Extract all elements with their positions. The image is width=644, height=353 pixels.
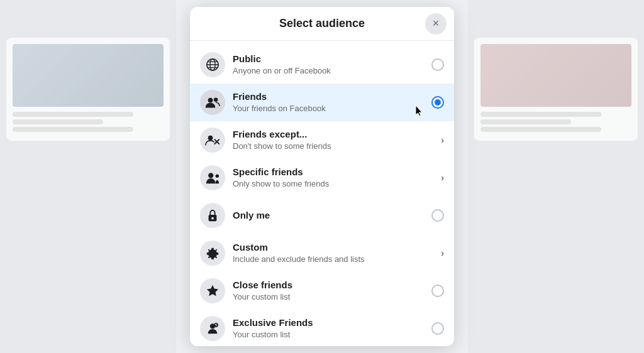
- close-friends-icon: [200, 278, 225, 303]
- friends-title: Friends: [233, 90, 426, 103]
- svg-point-7: [208, 136, 213, 141]
- only-me-text: Only me: [233, 209, 426, 222]
- audience-list: Public Anyone on or off Facebook Friends…: [190, 41, 454, 346]
- friends-except-control: ›: [441, 135, 444, 145]
- exclusive-friends-text: Exclusive Friends Your custom list: [233, 317, 426, 340]
- friends-except-chevron: ›: [441, 135, 444, 145]
- specific-friends-control: ›: [441, 173, 444, 183]
- specific-friends-title: Specific friends: [233, 166, 436, 178]
- audience-option-friends[interactable]: Friends Your friends on Facebook: [190, 84, 454, 121]
- close-friends-title: Close friends: [233, 279, 426, 291]
- svg-point-13: [211, 217, 214, 220]
- audience-option-close-friends[interactable]: Close friends Your custom list: [190, 272, 454, 310]
- audience-option-custom[interactable]: Custom Include and exclude friends and l…: [190, 234, 454, 272]
- audience-option-public[interactable]: Public Anyone on or off Facebook: [190, 46, 454, 84]
- custom-title: Custom: [233, 241, 436, 254]
- friends-text: Friends Your friends on Facebook: [233, 90, 426, 114]
- public-text: Public Anyone on or off Facebook: [233, 53, 426, 76]
- friends-except-icon: [200, 128, 225, 153]
- custom-text: Custom Include and exclude friends and l…: [233, 241, 436, 264]
- svg-point-6: [214, 97, 218, 102]
- friends-except-subtitle: Don't show to some friends: [233, 141, 436, 152]
- exclusive-friends-icon: [200, 316, 225, 341]
- only-me-title: Only me: [233, 209, 426, 222]
- custom-control: ›: [441, 248, 444, 258]
- audience-option-only-me[interactable]: Only me: [190, 197, 454, 234]
- public-radio[interactable]: [431, 58, 444, 71]
- custom-icon: [200, 241, 225, 266]
- public-title: Public: [233, 53, 426, 65]
- audience-option-specific-friends[interactable]: Specific friends Only show to some frien…: [190, 159, 454, 197]
- exclusive-friends-subtitle: Your custom list: [233, 330, 426, 340]
- only-me-icon: [200, 203, 225, 228]
- close-friends-control: [431, 285, 444, 297]
- specific-friends-icon: [200, 165, 225, 190]
- friends-icon: [200, 90, 225, 115]
- close-friends-text: Close friends Your custom list: [233, 279, 426, 302]
- public-icon: [200, 52, 225, 77]
- friends-except-text: Friends except... Don't show to some fri…: [233, 128, 436, 151]
- close-friends-subtitle: Your custom list: [233, 292, 426, 303]
- close-button[interactable]: ×: [425, 13, 447, 35]
- friends-subtitle: Your friends on Facebook: [233, 104, 426, 114]
- exclusive-friends-control: [431, 322, 444, 335]
- friends-radio[interactable]: [431, 96, 444, 109]
- svg-point-10: [208, 173, 213, 178]
- audience-option-exclusive-friends[interactable]: Exclusive Friends Your custom list: [190, 310, 454, 346]
- svg-point-11: [216, 175, 219, 178]
- custom-subtitle: Include and exclude friends and lists: [233, 254, 436, 265]
- specific-friends-subtitle: Only show to some friends: [233, 179, 436, 190]
- exclusive-friends-radio[interactable]: [431, 322, 444, 335]
- modal-title: Select audience: [279, 17, 365, 30]
- public-subtitle: Anyone on or off Facebook: [233, 66, 426, 77]
- custom-chevron: ›: [441, 248, 444, 258]
- modal-header: Select audience ×: [190, 7, 454, 41]
- only-me-control: [431, 209, 444, 222]
- select-audience-modal: Select audience × Public Anyone on or of…: [190, 7, 454, 346]
- friends-control: [431, 96, 444, 109]
- friends-except-title: Friends except...: [233, 128, 436, 141]
- specific-friends-chevron: ›: [441, 173, 444, 183]
- public-control: [431, 58, 444, 71]
- close-friends-radio[interactable]: [431, 285, 444, 297]
- only-me-radio[interactable]: [431, 209, 444, 222]
- svg-point-5: [208, 98, 213, 103]
- specific-friends-text: Specific friends Only show to some frien…: [233, 166, 436, 189]
- exclusive-friends-title: Exclusive Friends: [233, 317, 426, 329]
- audience-option-friends-except[interactable]: Friends except... Don't show to some fri…: [190, 121, 454, 159]
